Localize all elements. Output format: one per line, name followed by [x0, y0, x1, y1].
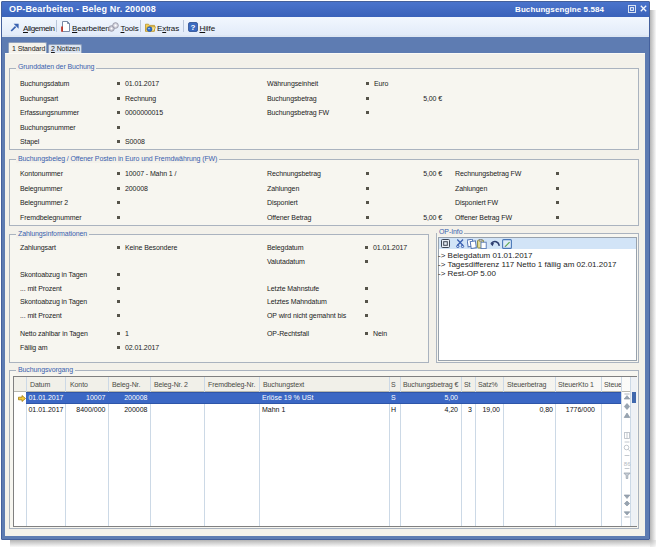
svg-text:86: 86: [623, 461, 630, 467]
svg-text:?: ?: [191, 22, 196, 31]
